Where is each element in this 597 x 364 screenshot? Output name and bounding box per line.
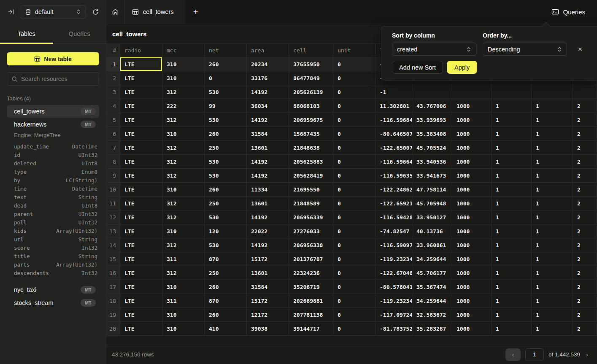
table-cell[interactable]: 0 — [333, 308, 375, 322]
table-cell[interactable]: -122.248627 — [375, 183, 412, 197]
table-cell[interactable]: 0 — [333, 238, 375, 252]
table-cell[interactable]: 310 — [162, 308, 205, 322]
table-cell[interactable]: 0 — [333, 57, 375, 71]
table-cell[interactable]: LTE — [120, 155, 162, 169]
table-cell[interactable]: 27276033 — [289, 224, 333, 238]
column-header-cell[interactable]: cell — [289, 44, 333, 57]
table-cell[interactable]: 39038 — [247, 322, 289, 336]
table-cell[interactable]: -122.670486 — [375, 266, 412, 280]
table-cell[interactable]: 1 — [492, 197, 532, 210]
row-index[interactable]: 2 — [106, 71, 120, 85]
row-index[interactable]: 1 — [106, 57, 120, 71]
table-cell[interactable]: LTE — [120, 238, 162, 252]
table-cell[interactable]: 2 — [573, 322, 597, 336]
table-cell[interactable]: -122.65921 — [375, 197, 412, 210]
table-cell[interactable]: 260 — [205, 183, 247, 197]
table-cell[interactable]: 1000 — [452, 169, 492, 183]
table-cell[interactable]: 530 — [205, 155, 247, 169]
row-index[interactable]: 16 — [106, 266, 120, 280]
table-cell[interactable]: 20234 — [247, 57, 289, 71]
table-cell[interactable]: 33.960861 — [412, 238, 452, 252]
table-cell[interactable]: 2 — [573, 197, 597, 210]
table-cell[interactable]: -116.596642 — [375, 155, 412, 169]
table-cell[interactable]: 260 — [205, 57, 247, 71]
table-cell[interactable]: 35206719 — [289, 280, 333, 294]
table-cell[interactable]: 15172 — [247, 294, 289, 308]
table-cell[interactable]: 310 — [162, 57, 205, 71]
table-cell[interactable]: 14192 — [247, 210, 289, 224]
row-index[interactable]: 18 — [106, 294, 120, 308]
table-cell[interactable]: -80.578041 — [375, 280, 412, 294]
table-cell[interactable]: 312 — [162, 169, 205, 183]
table-cell[interactable]: 1 — [492, 127, 532, 141]
table-cell[interactable]: 0 — [333, 294, 375, 308]
table-cell[interactable]: 310 — [162, 71, 205, 85]
table-cell[interactable] — [452, 85, 492, 99]
row-index[interactable]: 8 — [106, 155, 120, 169]
sort-order-select[interactable]: Descending — [483, 43, 567, 56]
table-cell[interactable]: 21695550 — [289, 183, 333, 197]
table-cell[interactable]: 31584 — [247, 280, 289, 294]
table-cell[interactable]: 1 — [492, 280, 532, 294]
table-cell[interactable]: 410 — [205, 322, 247, 336]
table-cell[interactable]: 33.940536 — [412, 155, 452, 169]
table-cell[interactable]: 310 — [162, 322, 205, 336]
table-cell[interactable]: 1 — [492, 169, 532, 183]
row-index[interactable]: 14 — [106, 238, 120, 252]
table-cell[interactable]: 312 — [162, 210, 205, 224]
row-index[interactable]: 4 — [106, 99, 120, 113]
table-cell[interactable]: 1 — [492, 210, 532, 224]
table-cell[interactable]: 13601 — [247, 141, 289, 155]
table-cell[interactable]: 1000 — [452, 322, 492, 336]
row-index[interactable]: 20 — [106, 322, 120, 336]
table-cell[interactable]: 13601 — [247, 266, 289, 280]
table-cell[interactable]: 2 — [573, 113, 597, 127]
table-cell[interactable]: 35.283287 — [412, 322, 452, 336]
search-input[interactable] — [21, 75, 95, 82]
table-cell[interactable]: 0 — [333, 266, 375, 280]
table-cell[interactable]: 310 — [162, 183, 205, 197]
table-cell[interactable]: 1 — [492, 308, 532, 322]
table-cell[interactable]: 1000 — [452, 266, 492, 280]
table-cell[interactable]: 1000 — [452, 252, 492, 266]
table-cell[interactable]: -81.783752 — [375, 322, 412, 336]
table-cell[interactable]: 312 — [162, 266, 205, 280]
table-cell[interactable]: 1 — [492, 99, 532, 113]
table-cell[interactable]: -117.097244 — [375, 308, 412, 322]
table-cell[interactable]: 1 — [532, 294, 573, 308]
new-table-button[interactable]: New table — [7, 52, 99, 65]
table-cell[interactable]: 34.259644 — [412, 294, 452, 308]
table-cell[interactable]: 43.767006 — [412, 99, 452, 113]
table-cell[interactable]: 14192 — [247, 113, 289, 127]
column-header-unit[interactable]: unit — [333, 44, 375, 57]
table-cell[interactable]: 14192 — [247, 169, 289, 183]
column-header-mcc[interactable]: mcc — [162, 44, 205, 57]
table-cell[interactable]: 1 — [492, 113, 532, 127]
table-cell[interactable]: 120 — [205, 224, 247, 238]
table-cell[interactable]: -1 — [375, 85, 412, 99]
table-cell[interactable]: LTE — [120, 71, 162, 85]
table-cell[interactable]: LTE — [120, 85, 162, 99]
table-cell[interactable]: 2 — [573, 210, 597, 224]
table-cell[interactable]: 2 — [573, 294, 597, 308]
table-cell[interactable]: 1000 — [452, 155, 492, 169]
table-cell[interactable]: 0 — [333, 224, 375, 238]
table-cell[interactable]: 31584 — [247, 127, 289, 141]
table-cell[interactable]: LTE — [120, 127, 162, 141]
table-cell[interactable]: 1 — [492, 183, 532, 197]
table-cell[interactable]: 206956338 — [289, 238, 333, 252]
table-cell[interactable] — [573, 85, 597, 99]
table-cell[interactable]: 1 — [492, 266, 532, 280]
row-index[interactable]: 10 — [106, 183, 120, 197]
table-cell[interactable]: 201376787 — [289, 252, 333, 266]
row-index[interactable]: 5 — [106, 113, 120, 127]
table-cell[interactable] — [492, 85, 532, 99]
table-cell[interactable]: 2 — [573, 252, 597, 266]
table-cell[interactable]: 14192 — [247, 238, 289, 252]
table-cell[interactable]: LTE — [120, 99, 162, 113]
table-cell[interactable]: 88068103 — [289, 99, 333, 113]
new-tab-button[interactable]: + — [185, 0, 206, 24]
table-cell[interactable]: LTE — [120, 294, 162, 308]
table-cell[interactable]: 15687435 — [289, 127, 333, 141]
table-cell[interactable]: 0 — [333, 183, 375, 197]
